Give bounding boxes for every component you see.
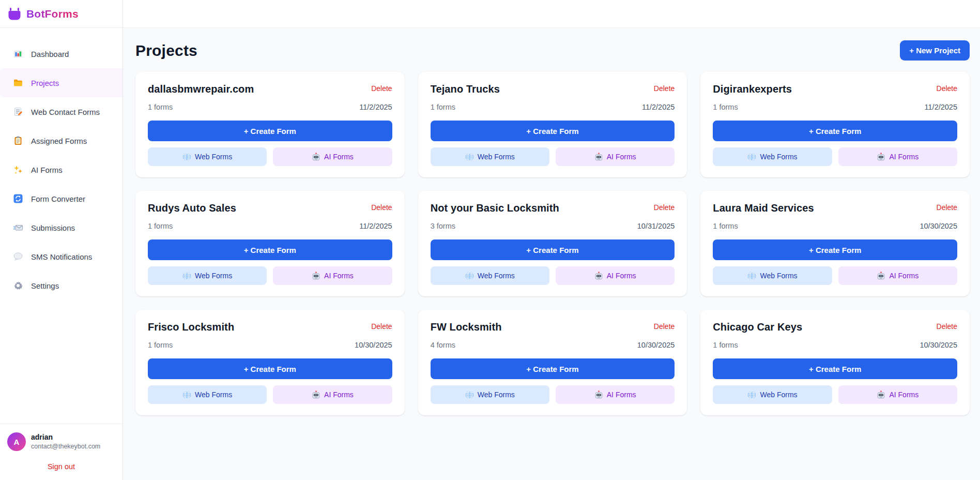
sidebar-item-label: Assigned Forms [31,137,87,145]
delete-project-button[interactable]: Delete [937,321,957,331]
delete-project-button[interactable]: Delete [371,321,392,331]
ai-forms-button[interactable]: AI Forms [273,147,392,166]
user-section: A adrian contact@thekeybot.com Sign out [0,424,122,480]
forms-count: 1 forms [148,222,173,230]
robot-icon [594,153,603,161]
globe-icon [465,272,474,280]
project-date: 11/2/2025 [359,103,392,111]
globe-icon [465,391,474,399]
project-card: Tejano Trucks Delete 1 forms 11/2/2025 +… [418,72,687,177]
sidebar-item-sms-notifications[interactable]: SMS Notifications [0,242,122,271]
delete-project-button[interactable]: Delete [371,83,392,93]
robot-icon [877,391,885,399]
ai-forms-button[interactable]: AI Forms [838,147,957,166]
new-project-button[interactable]: + New Project [900,40,970,61]
project-date: 10/31/2025 [637,222,675,230]
robot-logo-icon [7,7,22,21]
project-name: Chicago Car Keys [713,321,802,333]
page-title: Projects [135,42,197,59]
create-form-button[interactable]: + Create Form [431,358,675,379]
sidebar-nav: Dashboard Projects Web Contact Forms Ass… [0,28,122,300]
create-form-button[interactable]: + Create Form [431,239,675,260]
create-form-button[interactable]: + Create Form [148,358,392,379]
robot-icon [594,391,603,399]
folder-icon [12,77,24,88]
web-forms-button[interactable]: Web Forms [148,147,267,166]
project-name: Tejano Trucks [431,83,500,95]
globe-icon [182,391,191,399]
app-name: BotForms [26,8,79,20]
sidebar-item-projects[interactable]: Projects [0,68,122,97]
forms-count: 1 forms [713,103,738,111]
ai-forms-button[interactable]: AI Forms [273,266,392,285]
forms-count: 1 forms [431,103,455,111]
project-date: 10/30/2025 [355,341,392,349]
web-forms-button[interactable]: Web Forms [431,385,549,404]
web-forms-button[interactable]: Web Forms [713,266,832,285]
ai-forms-button[interactable]: AI Forms [556,266,675,285]
sidebar-item-label: Settings [31,281,59,290]
web-forms-button[interactable]: Web Forms [148,266,267,285]
project-card: dallasbmwrepair.com Delete 1 forms 11/2/… [135,72,405,177]
forms-count: 1 forms [148,103,173,111]
memo-pencil-icon [12,106,24,117]
sparkles-icon [12,164,24,175]
web-forms-button[interactable]: Web Forms [713,385,832,404]
sidebar-item-label: Submissions [31,223,75,232]
project-card: Rudys Auto Sales Delete 1 forms 11/2/202… [135,191,405,296]
sidebar-item-web-contact-forms[interactable]: Web Contact Forms [0,97,122,126]
ai-forms-button[interactable]: AI Forms [556,385,675,404]
clipboard-icon [12,135,24,146]
create-form-button[interactable]: + Create Form [148,121,392,141]
project-date: 11/2/2025 [359,222,392,230]
project-card: Not your Basic Locksmith Delete 3 forms … [418,191,687,296]
ai-forms-button[interactable]: AI Forms [838,385,957,404]
delete-project-button[interactable]: Delete [654,321,675,331]
logo: BotForms [0,0,122,28]
project-name: Rudys Auto Sales [148,202,236,214]
delete-project-button[interactable]: Delete [937,202,957,212]
convert-arrows-icon [12,193,24,204]
create-form-button[interactable]: + Create Form [431,121,675,141]
ai-forms-button[interactable]: AI Forms [556,147,675,166]
sidebar-item-assigned-forms[interactable]: Assigned Forms [0,126,122,155]
sidebar-item-label: Projects [31,79,59,87]
web-forms-button[interactable]: Web Forms [148,385,267,404]
create-form-button[interactable]: + Create Form [148,239,392,260]
sidebar-item-label: Web Contact Forms [31,108,100,116]
web-forms-button[interactable]: Web Forms [431,147,549,166]
project-name: Not your Basic Locksmith [431,202,559,214]
project-date: 11/2/2025 [925,103,957,111]
sidebar-item-ai-forms[interactable]: AI Forms [0,155,122,184]
delete-project-button[interactable]: Delete [654,202,675,212]
robot-icon [312,391,320,399]
project-card: FW Locksmith Delete 4 forms 10/30/2025 +… [418,310,687,415]
robot-icon [312,272,320,280]
top-bar [123,0,980,28]
sign-out-button[interactable]: Sign out [48,462,75,471]
sidebar-item-settings[interactable]: Settings [0,271,122,300]
main-area: Projects + New Project dallasbmwrepair.c… [123,0,980,480]
create-form-button[interactable]: + Create Form [713,358,957,379]
forms-count: 3 forms [431,222,455,230]
project-date: 10/30/2025 [920,222,957,230]
delete-project-button[interactable]: Delete [371,202,392,212]
web-forms-button[interactable]: Web Forms [431,266,549,285]
sidebar-item-label: AI Forms [31,166,63,174]
create-form-button[interactable]: + Create Form [713,239,957,260]
delete-project-button[interactable]: Delete [654,83,675,93]
gear-icon [12,280,24,291]
ai-forms-button[interactable]: AI Forms [838,266,957,285]
web-forms-button[interactable]: Web Forms [713,147,832,166]
avatar: A [7,432,26,451]
delete-project-button[interactable]: Delete [937,83,957,93]
create-form-button[interactable]: + Create Form [713,121,957,141]
sidebar-item-dashboard[interactable]: Dashboard [0,39,122,68]
sidebar-item-label: SMS Notifications [31,252,92,261]
sidebar-item-form-converter[interactable]: Form Converter [0,184,122,213]
ai-forms-button[interactable]: AI Forms [273,385,392,404]
project-card: Laura Maid Services Delete 1 forms 10/30… [700,191,970,296]
sidebar-item-submissions[interactable]: Submissions [0,213,122,242]
robot-icon [877,153,885,161]
project-date: 10/30/2025 [637,341,675,349]
